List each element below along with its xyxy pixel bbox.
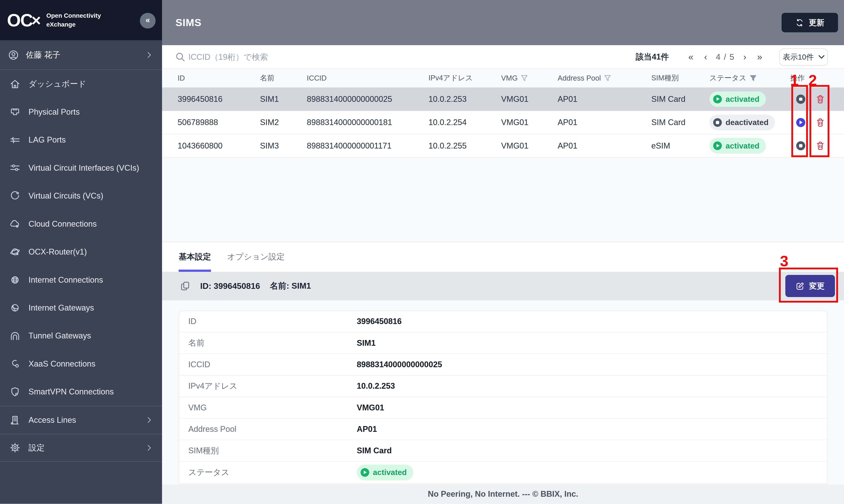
col-vmg: VMG (501, 74, 558, 82)
pagination: 該当41件 « ‹ 4 / 5 › » 表示10件 (636, 45, 828, 69)
detail-row: ID3996450816 (179, 311, 827, 332)
user-avatar-icon (7, 49, 19, 61)
status-badge: activated (710, 91, 766, 107)
detail-card: ID3996450816 名前SIM1 ICCID898831400000000… (179, 310, 827, 484)
home-icon (9, 78, 21, 90)
sidebar-nav: ダッシュボード Physical Ports LAG Ports Virtual… (0, 70, 162, 462)
result-count: 該当41件 (636, 52, 669, 62)
empty-area (162, 158, 844, 242)
tab-option-settings[interactable]: オプション設定 (227, 242, 285, 272)
sidebar: OC× Open Connectivity eXchange « 佐藤 花子 ダ… (0, 0, 162, 504)
detail-id: ID: 3996450816 (200, 281, 260, 291)
activated-icon (713, 95, 722, 104)
table-row[interactable]: 506789888 SIM2 8988314000000000181 10.0.… (162, 111, 844, 134)
change-button[interactable]: 変更 (785, 275, 835, 297)
sidebar-item-internet-gateways[interactable]: Internet Gateways (0, 294, 162, 322)
col-address-pool: Address Pool (558, 74, 651, 82)
col-actions: 操作 (786, 73, 832, 83)
sidebar-item-settings[interactable]: 設定 (0, 434, 162, 462)
deactivate-sim-button[interactable] (796, 94, 805, 104)
filter-icon[interactable] (521, 75, 528, 82)
chevron-right-icon (145, 51, 154, 59)
lag-icon (9, 134, 21, 146)
sidebar-item-cloud-connections[interactable]: Cloud Connections (0, 210, 162, 238)
prev-page-button[interactable]: ‹ (699, 52, 713, 62)
refresh-icon (795, 18, 804, 27)
table-header: ID 名前 ICCID IPv4アドレス VMG Address Pool SI… (162, 69, 844, 88)
sidebar-item-physical-ports[interactable]: Physical Ports (0, 98, 162, 126)
trash-icon (815, 117, 825, 128)
chevron-right-icon (145, 416, 154, 424)
cloud-icon (9, 218, 21, 230)
building-icon (9, 414, 21, 426)
sidebar-item-vcs[interactable]: Virtual Circuits (VCs) (0, 182, 162, 210)
delete-sim-button[interactable] (815, 117, 825, 128)
page-size-select[interactable]: 表示10件 (779, 49, 828, 66)
detail-name: 名前: SIM1 (270, 281, 311, 291)
detail-row: ICCID8988314000000000025 (179, 354, 827, 375)
search-input[interactable] (188, 50, 447, 65)
user-menu[interactable]: 佐藤 花子 (0, 40, 162, 70)
col-status: ステータス (710, 73, 786, 83)
page-title: SIMS (176, 17, 202, 29)
col-id: ID (178, 74, 260, 82)
ocx-logo: OC (7, 10, 33, 31)
collapse-chevrons-icon: « (145, 16, 150, 25)
sidebar-item-dashboard[interactable]: ダッシュボード (0, 70, 162, 98)
detail-row: Address PoolAP01 (179, 418, 827, 440)
activated-icon (713, 141, 722, 150)
filter-icon[interactable] (604, 75, 611, 82)
globe-gateway-icon (9, 302, 21, 314)
activated-icon (361, 468, 369, 477)
search-icon (176, 52, 185, 62)
user-name: 佐藤 花子 (26, 50, 60, 60)
col-ipv4: IPv4アドレス (429, 73, 501, 83)
tunnel-icon (9, 330, 21, 342)
delete-sim-button[interactable] (815, 94, 825, 105)
detail-row: ステータス activated (179, 462, 827, 483)
table-body: 3996450816 SIM1 8988314000000000025 10.0… (162, 88, 844, 158)
toolbar: 該当41件 « ‹ 4 / 5 › » 表示10件 (162, 45, 844, 69)
xaas-icon (9, 358, 21, 370)
tab-basic-settings[interactable]: 基本設定 (179, 242, 211, 272)
sidebar-item-ocx-router[interactable]: OCX-Router(v1) (0, 238, 162, 266)
deactivated-icon (713, 118, 722, 127)
filter-active-icon[interactable] (750, 75, 757, 82)
shield-icon (9, 386, 21, 398)
delete-sim-button[interactable] (815, 140, 825, 151)
ocx-logo-x: × (32, 11, 41, 30)
refresh-button[interactable]: 更新 (782, 13, 838, 32)
activate-sim-button[interactable] (796, 118, 805, 127)
last-page-button[interactable]: » (752, 52, 768, 62)
brand-text: Open Connectivity eXchange (46, 11, 101, 29)
sidebar-item-internet-connections[interactable]: Internet Connections (0, 266, 162, 294)
detail-row: SIM種別SIM Card (179, 440, 827, 462)
main-content: SIMS 更新 該当41件 « ‹ 4 / 5 › » 表示10件 (162, 0, 844, 504)
sidebar-item-lag-ports[interactable]: LAG Ports (0, 126, 162, 154)
detail-row: 名前SIM1 (179, 332, 827, 354)
sidebar-collapse-button[interactable]: « (140, 13, 156, 29)
table-row[interactable]: 1043660800 SIM3 8988314000000001171 10.0… (162, 134, 844, 158)
status-badge: activated (357, 465, 413, 480)
logo-area: OC× Open Connectivity eXchange « (0, 0, 162, 40)
edit-icon (795, 282, 805, 291)
next-page-button[interactable]: › (738, 52, 752, 62)
sidebar-item-vcis[interactable]: Virtual Circuit Interfaces (VCIs) (0, 154, 162, 182)
ocx-app: OC× Open Connectivity eXchange « 佐藤 花子 ダ… (0, 0, 844, 504)
col-name: 名前 (260, 73, 307, 83)
sidebar-item-access-lines[interactable]: Access Lines (0, 406, 162, 434)
footer-text: No Peering, No Internet. --- © BBIX, Inc… (428, 489, 578, 499)
copy-icon (180, 281, 191, 291)
sidebar-item-xaas-connections[interactable]: XaaS Connections (0, 350, 162, 378)
detail-summary-bar: ID: 3996450816 名前: SIM1 変更 (162, 272, 844, 300)
first-page-button[interactable]: « (683, 52, 699, 62)
sidebar-item-smartvpn-connections[interactable]: SmartVPN Connections (0, 378, 162, 406)
status-badge: deactivated (710, 115, 775, 130)
table-row[interactable]: 3996450816 SIM1 8988314000000000025 10.0… (162, 88, 844, 111)
detail-panel: ID3996450816 名前SIM1 ICCID898831400000000… (162, 300, 844, 485)
sidebar-item-tunnel-gateways[interactable]: Tunnel Gateways (0, 322, 162, 350)
deactivate-sim-button[interactable] (796, 141, 805, 150)
footer: No Peering, No Internet. --- © BBIX, Inc… (162, 485, 844, 504)
page-indicator: 4 / 5 (716, 52, 735, 62)
trash-icon (815, 94, 825, 105)
